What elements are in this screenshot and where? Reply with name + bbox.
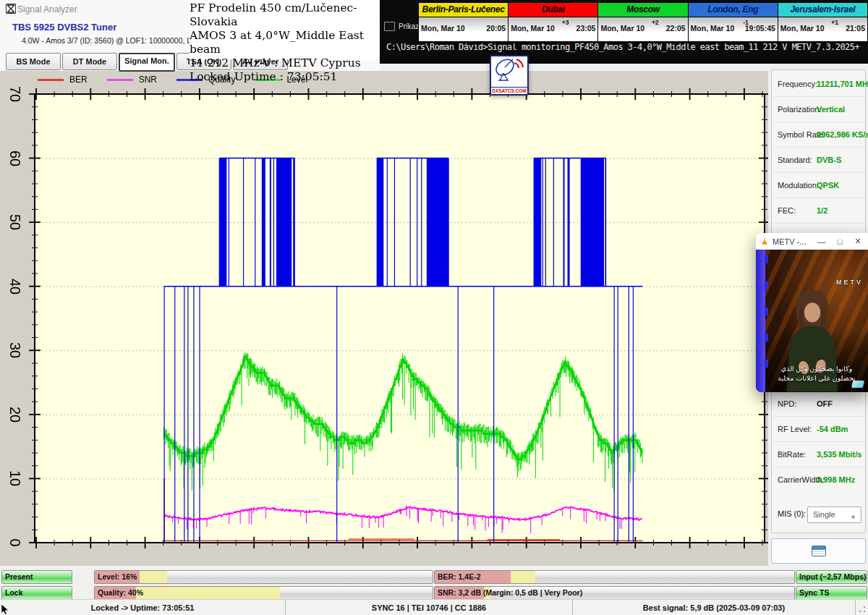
metv-titlebar[interactable]: METV -... — □ ✕ bbox=[756, 233, 868, 250]
metv-window-title: METV -... bbox=[773, 237, 811, 246]
clock-time: 23:05 bbox=[576, 24, 596, 33]
clock-moscow: MoscowMon, Mar 10+222:05 bbox=[598, 3, 688, 41]
legend-label: SNR bbox=[139, 75, 157, 85]
panel-row-label: FEC: bbox=[778, 206, 796, 215]
meter-label: Present bbox=[5, 571, 33, 582]
note-line-4: Locked Uptime : 73:05:51 bbox=[190, 70, 380, 84]
meter-fill bbox=[140, 571, 167, 583]
panel-row-value: 2962,986 KS/s bbox=[817, 130, 868, 139]
subtitle-line-1: وكانوا يضحكون وكل الذي bbox=[765, 365, 868, 374]
metv-watermark: METV bbox=[836, 279, 863, 286]
dish-note: PF Prodelin 450 cm/Lučenec-SlovakiaAMOS … bbox=[190, 0, 380, 59]
close-button[interactable]: ✕ bbox=[851, 237, 865, 246]
clock-utc-offset: +1 bbox=[831, 19, 838, 26]
panel-row-carrierwidth: CarrierWidth:3,998 MHz bbox=[772, 467, 865, 492]
panel-row-label: Frequency: bbox=[778, 80, 817, 88]
panel-row-value: 1/2 bbox=[817, 206, 827, 215]
mis-dropdown[interactable]: Single ▼ bbox=[807, 506, 861, 523]
meter-label: Level: 16% bbox=[98, 571, 137, 582]
panel-row-value: 3,535 Mbit/s bbox=[817, 450, 861, 459]
command-prompt-icon bbox=[384, 22, 395, 31]
status-uptime: Locked -> Uptime: 73:05:51 bbox=[0, 600, 286, 615]
input-2-57-mbps-meter: Input (~2,57 Mbps) bbox=[796, 570, 867, 584]
signal-chart-canvas bbox=[0, 71, 768, 566]
panel-row-polarization: Polarization:Vertical bbox=[772, 97, 865, 122]
metv-video[interactable]: METV وكانوا يضحكون وكل الذي يحصلون علي ا… bbox=[756, 250, 868, 392]
clock-utc-offset: +3 bbox=[562, 19, 569, 26]
dxsatcs-logo-text: DXSATCS.COM bbox=[491, 87, 527, 93]
panel-row-label: Standard: bbox=[778, 156, 812, 164]
panel-row-label: BitRate: bbox=[778, 450, 806, 459]
tuner-title: TBS 5925 DVBS2 Tuner bbox=[12, 22, 116, 33]
clock-utc-offset: +2 bbox=[652, 19, 659, 26]
meter-label: Lock bbox=[5, 587, 23, 598]
clock-time: 22:05 bbox=[666, 24, 686, 33]
parameters-bottom-rows: NPD:OFFRF Level:-54 dBmBitRate:3,535 Mbi… bbox=[772, 391, 865, 492]
clock-body: Mon, Mar 10+323:05 bbox=[509, 17, 597, 41]
sync-ts-meter: Sync TS bbox=[796, 586, 867, 600]
panel-row-rf-level: RF Level:-54 dBm bbox=[772, 417, 865, 442]
clock-body: Mon, Mar 10+121:05 bbox=[778, 17, 867, 41]
signal-monitor-chart: BERSNRQualityLevel 010203040506070 bbox=[0, 71, 768, 566]
panel-row-value: 11211,701 MHz bbox=[817, 80, 868, 88]
tab-signal-mon[interactable]: Signal Mon. bbox=[119, 53, 175, 72]
chevron-down-icon: ▼ bbox=[850, 510, 856, 525]
tab-bs-mode[interactable]: BS Mode bbox=[6, 53, 61, 70]
ber-meter: BER: 1,4E-2 bbox=[434, 570, 795, 584]
panel-row-frequency: Frequency:11211,701 MHz bbox=[772, 72, 865, 97]
panel-row-value: 3,998 MHz bbox=[817, 475, 855, 484]
meter-label: BER: 1,4E-2 bbox=[438, 571, 481, 582]
command-line[interactable]: C:\Users\Roman Dávid>Signal monitoring_P… bbox=[386, 42, 859, 52]
panel-row-label: Polarization: bbox=[778, 105, 822, 114]
legend-line bbox=[38, 79, 64, 81]
dxsatcs-logo: DXSATCS.COM bbox=[490, 55, 529, 96]
note-line-3: 11 212 MHz-V : METV Cyprus bbox=[190, 56, 380, 70]
clock-time: 21:05 bbox=[846, 24, 865, 33]
resize-grip-icon[interactable] bbox=[856, 600, 868, 615]
panel-row-value: DVB-S bbox=[817, 156, 841, 164]
maximize-button[interactable]: □ bbox=[833, 237, 847, 246]
level-meter: Level: 16% bbox=[94, 570, 433, 584]
meter-fill bbox=[511, 571, 535, 583]
clock-date: Mon, Mar 10 bbox=[511, 24, 555, 33]
clock-body: Mon, Mar 10+222:05 bbox=[598, 17, 687, 41]
minimize-button[interactable]: — bbox=[814, 237, 829, 246]
panel-row-npd: NPD:OFF bbox=[772, 391, 865, 417]
signal-analyzer-icon bbox=[6, 4, 16, 14]
arabic-subtitles: وكانوا يضحكون وكل الذي يحصلون علي اعلانا… bbox=[765, 365, 868, 383]
clock-berlin-paris-lu-enec: Berlin-Paris-LučenecMon, Mar 1020:05 bbox=[419, 3, 509, 41]
clock-time: 20:05 bbox=[486, 24, 506, 33]
clock-body: Mon, Mar 1020:05 bbox=[419, 17, 508, 41]
clock-city-label: Moscow bbox=[598, 3, 687, 17]
panel-row-bitrate: BitRate:3,535 Mbit/s bbox=[772, 442, 865, 467]
clock-london-eng: London, EngMon, Mar 10-119:05:45 bbox=[689, 3, 778, 41]
clock-city-label: Jerusalem-Israel bbox=[778, 3, 867, 17]
clock-date: Mon, Mar 10 bbox=[780, 24, 825, 33]
panel-row-symbol-rate: Symbol Rate:2962,986 KS/s bbox=[772, 122, 865, 148]
mis-row: MIS (0): Single ▼ bbox=[772, 504, 865, 525]
panel-row-value: Vertical bbox=[817, 105, 845, 114]
desktop: Signal Analyzer TBS 5925 DVBS2 Tuner 4.0… bbox=[0, 0, 868, 615]
panel-row-value: -54 dBm bbox=[817, 425, 848, 433]
mis-label: MIS (0): bbox=[778, 509, 806, 518]
y-axis-label-0: 0 bbox=[4, 532, 26, 554]
status-bar: Locked -> Uptime: 73:05:51 SYNC 16 | TEI… bbox=[0, 599, 868, 615]
vlc-cone-icon bbox=[760, 237, 769, 246]
tab-dt-mode[interactable]: DT Mode bbox=[62, 53, 117, 70]
panel-row-fec: FEC:1/2 bbox=[772, 198, 865, 224]
note-line-2: AMOS 3 at 4,0°W_Middle East beam bbox=[190, 29, 380, 56]
panel-tool-button[interactable] bbox=[771, 538, 866, 564]
parameters-top-rows: Frequency:11211,701 MHzPolarization:Vert… bbox=[772, 72, 865, 248]
clock-date: Mon, Mar 10 bbox=[691, 24, 735, 33]
clock-body: Mon, Mar 10-119:05:45 bbox=[689, 17, 778, 41]
channel-logo bbox=[851, 381, 864, 388]
panel-row-label: NPD: bbox=[778, 399, 796, 408]
meter-fill bbox=[136, 587, 280, 599]
quality-meter: Quality: 40% bbox=[94, 586, 433, 600]
status-best-signal: Best signal: 5,9 dB (2025-03-09 07:03) bbox=[573, 600, 856, 615]
window-tool-icon bbox=[812, 546, 826, 556]
panel-row-label: Modulation: bbox=[778, 181, 819, 190]
mis-value: Single bbox=[813, 510, 835, 519]
clock-date: Mon, Mar 10 bbox=[421, 24, 465, 33]
panel-row-value: QPSK bbox=[817, 181, 839, 190]
